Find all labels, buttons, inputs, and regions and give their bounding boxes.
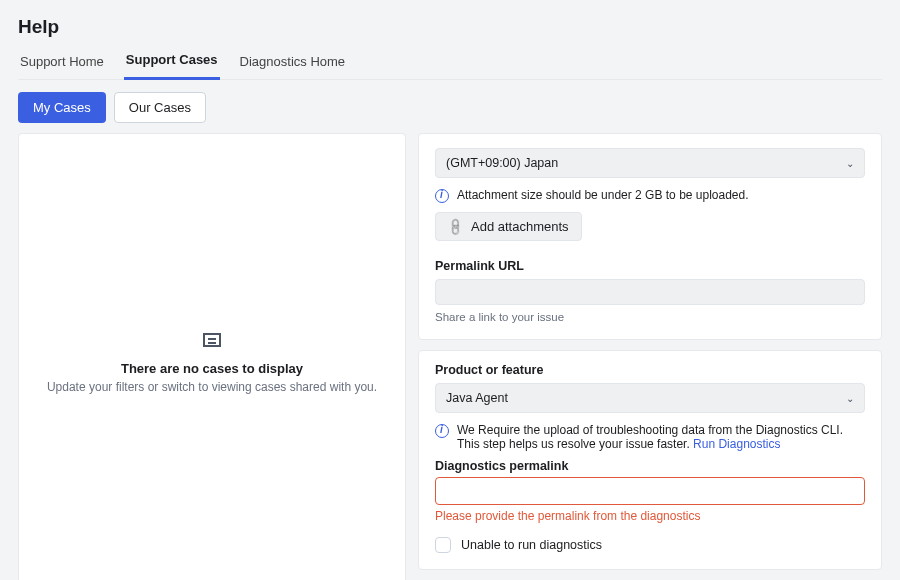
empty-state: There are no cases to display Update you… xyxy=(47,333,377,394)
unable-label: Unable to run diagnostics xyxy=(461,538,602,552)
unable-checkbox[interactable] xyxy=(435,537,451,553)
attachment-info-row: Attachment size should be under 2 GB to … xyxy=(435,188,865,202)
diagnostics-info-body: We Require the upload of troubleshooting… xyxy=(457,423,843,451)
diagnostics-permalink-label: Diagnostics permalink xyxy=(435,459,865,473)
case-toggle: My Cases Our Cases xyxy=(18,92,882,123)
chevron-down-icon xyxy=(846,156,854,170)
diagnostics-info-text: We Require the upload of troubleshooting… xyxy=(457,423,865,451)
page-title: Help xyxy=(18,16,882,38)
diagnostics-permalink-error: Please provide the permalink from the di… xyxy=(435,509,865,523)
attachment-info-text: Attachment size should be under 2 GB to … xyxy=(457,188,749,202)
tab-support-cases[interactable]: Support Cases xyxy=(124,52,220,80)
empty-heading: There are no cases to display xyxy=(47,361,377,376)
info-icon xyxy=(435,424,449,438)
tab-bar: Support Home Support Cases Diagnostics H… xyxy=(18,52,882,80)
tab-support-home[interactable]: Support Home xyxy=(18,54,106,79)
add-attachments-label: Add attachments xyxy=(471,219,569,234)
timezone-value: (GMT+09:00) Japan xyxy=(446,156,558,170)
product-select[interactable]: Java Agent xyxy=(435,383,865,413)
tab-diagnostics-home[interactable]: Diagnostics Home xyxy=(238,54,348,79)
product-label: Product or feature xyxy=(435,363,865,377)
permalink-url-label: Permalink URL xyxy=(435,259,865,273)
permalink-url-input[interactable] xyxy=(435,279,865,305)
my-cases-button[interactable]: My Cases xyxy=(18,92,106,123)
permalink-url-hint: Share a link to your issue xyxy=(435,311,865,323)
paperclip-icon xyxy=(448,219,463,234)
info-icon xyxy=(435,189,449,203)
diagnostics-info-row: We Require the upload of troubleshooting… xyxy=(435,423,865,451)
empty-subtext: Update your filters or switch to viewing… xyxy=(47,380,377,394)
our-cases-button[interactable]: Our Cases xyxy=(114,92,206,123)
timezone-select[interactable]: (GMT+09:00) Japan xyxy=(435,148,865,178)
product-value: Java Agent xyxy=(446,391,508,405)
add-attachments-button[interactable]: Add attachments xyxy=(435,212,582,241)
cases-empty-icon xyxy=(203,333,221,347)
run-diagnostics-link[interactable]: Run Diagnostics xyxy=(693,437,780,451)
case-form-card-2: Product or feature Java Agent We Require… xyxy=(418,350,882,570)
unable-row: Unable to run diagnostics xyxy=(435,537,865,553)
cases-list-pane: There are no cases to display Update you… xyxy=(18,133,406,580)
chevron-down-icon xyxy=(846,391,854,405)
case-form-card-1: (GMT+09:00) Japan Attachment size should… xyxy=(418,133,882,340)
diagnostics-permalink-input[interactable] xyxy=(435,477,865,505)
